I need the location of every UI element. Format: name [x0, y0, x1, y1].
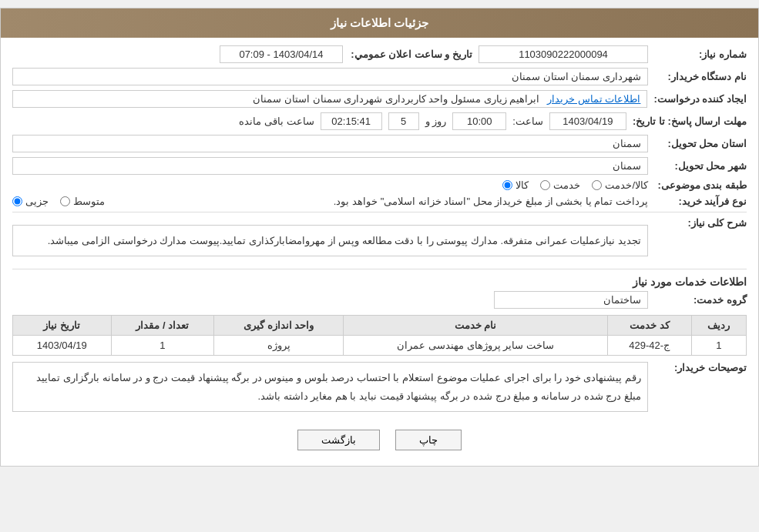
buyer-org-value: شهرداری سمنان استان سمنان: [12, 68, 648, 85]
process-radio-group: متوسط جزيى: [12, 196, 105, 207]
print-button[interactable]: چاپ: [395, 430, 462, 450]
province-value: سمنان: [12, 135, 648, 152]
city-value: سمنان: [12, 157, 648, 175]
buyer-notes-label: توصيحات خريدار:: [654, 362, 747, 373]
province-label: استان محل تحويل:: [654, 138, 747, 149]
category-radio-kala[interactable]: [502, 180, 512, 190]
col-header-row: رديف: [691, 316, 747, 336]
col-header-date: تاريخ نياز: [13, 316, 112, 336]
col-header-code: كد خدمت: [607, 316, 691, 336]
deadline-time: 10:00: [452, 112, 506, 130]
category-option-kala[interactable]: كالا: [502, 179, 529, 191]
services-section-title: اطلاعات خدمات مورد نياز: [12, 276, 747, 288]
announce-label: تاريخ و ساعت اعلان عمومي:: [349, 49, 472, 60]
deadline-date: 1403/04/19: [549, 112, 626, 130]
category-kala-label: كالا: [516, 179, 529, 191]
back-button[interactable]: بازگشت: [297, 430, 380, 450]
process-label: نوع فرآيند خريد:: [654, 196, 747, 207]
category-radio-kala-khedmat[interactable]: [592, 180, 602, 190]
services-table: رديف كد خدمت نام خدمت واحد اندازه گيرى ت…: [12, 315, 747, 356]
service-group-value: ساختمان: [494, 291, 648, 309]
buyer-org-label: نام دستگاه خريدار:: [654, 71, 747, 82]
service-group-label: گروه خدمت:: [654, 294, 747, 306]
remaining-label: ساعت باقی مانده: [239, 115, 314, 127]
creator-value: ابراهيم زيارى مسئول واحد كاربردارى شهردا…: [253, 93, 539, 105]
deadline-label: مهلت ارسال پاسخ: تا تاريخ:: [633, 115, 747, 127]
category-option-khedmat[interactable]: خدمت: [540, 179, 580, 191]
category-label: طبقه بندى موضوعى:: [654, 179, 747, 191]
buyer-notes-text: رقم پيشنهادى خود را براى اجراى عمليات مو…: [12, 362, 648, 412]
category-kala-khedmat-label: كالا/خدمت: [605, 179, 648, 191]
table-row: 1 ج-42-429 ساخت ساير پروژهای مهندسی عمرا…: [13, 336, 747, 356]
col-header-unit: واحد اندازه گيرى: [214, 316, 344, 336]
category-khedmat-label: خدمت: [553, 179, 580, 191]
deadline-days: 5: [388, 112, 419, 130]
description-text: تجديد نيازعمليات عمرانى متفرقه. مدارك پي…: [12, 225, 648, 256]
creator-link[interactable]: اطلاعات تماس خريدار: [547, 93, 640, 105]
process-option-jozi[interactable]: جزيى: [12, 196, 49, 207]
category-radio-khedmat[interactable]: [540, 180, 550, 190]
col-header-name: نام خدمت: [344, 316, 608, 336]
niyaz-number-label: شماره نياز:: [654, 49, 747, 60]
process-option-motavasset[interactable]: متوسط: [60, 196, 105, 207]
creator-label: ايجاد كننده درخواست:: [653, 93, 747, 105]
cell-row: 1: [691, 336, 747, 356]
announce-value: 1403/04/14 - 07:09: [220, 45, 343, 63]
cell-count: 1: [111, 336, 213, 356]
city-label: شهر محل تحويل:: [654, 160, 747, 172]
remaining-time: 02:15:41: [321, 112, 382, 130]
process-jozi-label: جزيى: [25, 196, 49, 207]
cell-date: 1403/04/19: [13, 336, 112, 356]
process-radio-motavasset[interactable]: [60, 196, 70, 206]
category-option-kala-khedmat[interactable]: كالا/خدمت: [592, 179, 648, 191]
deadline-day-label: روز و: [425, 115, 447, 127]
process-radio-jozi[interactable]: [12, 196, 22, 206]
description-label: شرح كلى نياز:: [654, 217, 747, 229]
cell-name: ساخت ساير پروژهای مهندسی عمران: [344, 336, 608, 356]
category-radio-group: كالا/خدمت خدمت كالا: [502, 179, 648, 191]
niyaz-number-value: 1103090222000094: [479, 45, 648, 63]
col-header-count: تعداد / مقدار: [111, 316, 213, 336]
creator-field: اطلاعات تماس خريدار ابراهيم زيارى مسئول …: [12, 90, 647, 108]
cell-code: ج-42-429: [607, 336, 691, 356]
process-motavasset-label: متوسط: [73, 196, 105, 207]
page-title: جزئيات اطلاعات نياز: [1, 8, 758, 38]
buttons-row: چاپ بازگشت: [12, 430, 747, 450]
process-note: پرداخت تمام يا بخشى از مبلغ خريداز محل "…: [113, 196, 648, 207]
cell-unit: پروژه: [214, 336, 344, 356]
deadline-time-label: ساعت:: [512, 115, 543, 127]
